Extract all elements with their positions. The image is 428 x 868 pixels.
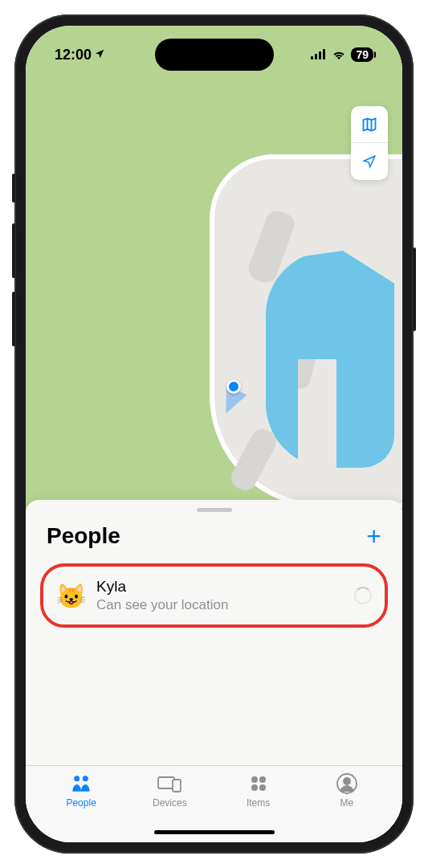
svg-point-11 xyxy=(259,784,266,791)
phone-frame: 12:00 79 xyxy=(14,14,414,854)
map[interactable] xyxy=(26,26,402,524)
items-icon xyxy=(247,772,271,795)
home-indicator[interactable] xyxy=(154,830,275,834)
svg-point-10 xyxy=(251,784,258,791)
battery-indicator: 79 xyxy=(351,47,373,62)
wifi-icon xyxy=(332,47,346,63)
devices-icon xyxy=(157,772,181,795)
sheet-title: People xyxy=(47,523,120,549)
tab-label: Items xyxy=(247,797,270,809)
mute-switch xyxy=(12,174,15,203)
volume-down-button xyxy=(12,292,15,346)
loading-spinner-icon xyxy=(354,587,372,604)
person-subtitle: Can see your location xyxy=(96,597,343,613)
person-row[interactable]: 😺 Kyla Can see your location xyxy=(40,563,388,628)
svg-rect-6 xyxy=(158,777,174,788)
tab-people[interactable]: People xyxy=(37,772,125,842)
volume-up-button xyxy=(12,223,15,278)
svg-point-9 xyxy=(259,776,266,783)
sheet-header: People + xyxy=(26,523,402,559)
svg-rect-2 xyxy=(319,51,321,59)
dynamic-island xyxy=(155,39,274,71)
power-button xyxy=(413,248,416,331)
person-text: Kyla Can see your location xyxy=(96,578,343,613)
svg-point-5 xyxy=(83,776,88,781)
person-avatar: 😺 xyxy=(56,581,85,610)
tab-label: Devices xyxy=(153,797,187,809)
svg-point-8 xyxy=(251,776,258,783)
locate-me-button[interactable] xyxy=(351,143,388,180)
svg-rect-1 xyxy=(315,54,317,59)
svg-rect-3 xyxy=(323,49,325,59)
screen: 12:00 79 xyxy=(26,26,402,842)
people-icon xyxy=(69,772,93,795)
sheet-grabber[interactable] xyxy=(197,508,232,512)
svg-point-13 xyxy=(344,778,350,784)
status-time: 12:00 xyxy=(55,47,92,63)
cellular-signal-icon xyxy=(311,47,327,63)
location-services-icon xyxy=(94,47,105,63)
add-person-button[interactable]: + xyxy=(366,523,381,549)
svg-point-4 xyxy=(74,776,79,781)
person-name: Kyla xyxy=(96,578,343,596)
tab-label: People xyxy=(66,797,96,809)
tab-label: Me xyxy=(340,797,354,809)
map-controls xyxy=(351,106,388,180)
svg-rect-7 xyxy=(173,780,181,792)
map-mode-button[interactable] xyxy=(351,106,388,143)
current-location-dot xyxy=(226,379,241,394)
tab-me[interactable]: Me xyxy=(303,772,391,842)
svg-rect-0 xyxy=(311,56,313,59)
people-sheet[interactable]: People + 😺 Kyla Can see your location Pe… xyxy=(26,500,402,842)
me-icon xyxy=(335,772,359,795)
